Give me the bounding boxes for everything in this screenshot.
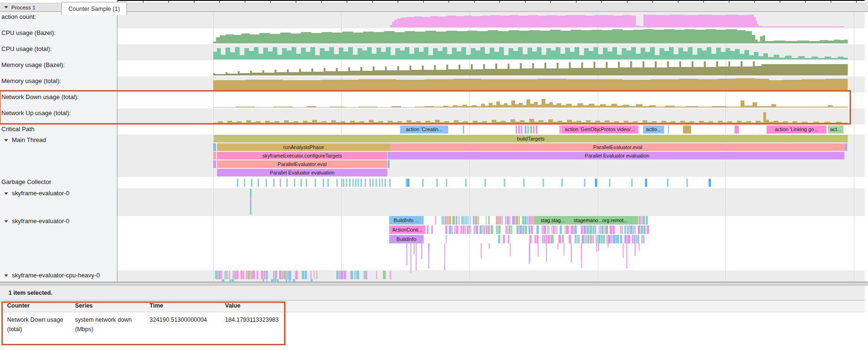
slice-cluster[interactable] (282, 271, 283, 279)
gc-event-tick[interactable] (406, 179, 407, 187)
slice-cluster[interactable] (575, 235, 576, 243)
slice-cluster[interactable] (449, 225, 451, 234)
gc-event-tick[interactable] (273, 179, 275, 187)
gc-event-tick[interactable] (258, 179, 259, 187)
gc-event-tick[interactable] (327, 179, 329, 187)
slice-cluster[interactable] (549, 225, 550, 234)
evaluator-slice[interactable]: ActionConti... (389, 225, 426, 234)
slice-cluster[interactable] (470, 225, 471, 234)
slice-cluster[interactable] (638, 225, 640, 234)
gc-event-tick[interactable] (355, 179, 357, 187)
slice-cluster[interactable] (574, 225, 577, 234)
gc-event-tick[interactable] (436, 179, 438, 187)
gc-event-tick[interactable] (667, 179, 668, 187)
slice-cluster[interactable] (447, 216, 449, 225)
slice-cluster[interactable] (486, 216, 487, 225)
slice-cluster[interactable] (628, 225, 629, 234)
critical-path-slice[interactable]: act... (828, 125, 843, 133)
slice-cluster[interactable] (225, 271, 225, 279)
track-label-main-thread[interactable]: Main Thread (0, 136, 116, 143)
critical-path-slice[interactable] (463, 125, 464, 133)
gc-event-tick[interactable] (323, 179, 324, 187)
slice-cluster[interactable] (511, 225, 512, 234)
slice-cluster[interactable] (517, 225, 519, 234)
slice-cluster[interactable] (622, 225, 623, 234)
collapse-arrow-icon[interactable] (4, 220, 8, 223)
slice-cluster[interactable] (545, 235, 547, 243)
slice-cluster[interactable] (507, 216, 509, 225)
slice-cluster[interactable] (476, 225, 478, 234)
slice-cluster[interactable] (543, 225, 546, 234)
slice-cluster[interactable] (442, 216, 443, 225)
slice-cluster[interactable] (250, 271, 251, 279)
slice-cluster[interactable] (542, 235, 543, 243)
slice-cluster[interactable] (643, 225, 646, 234)
counter-chart-action-count[interactable] (390, 15, 844, 27)
slice-cluster[interactable] (454, 225, 455, 234)
gc-event-tick[interactable] (384, 179, 386, 187)
slice-cluster[interactable] (484, 225, 485, 234)
slice-cluster[interactable] (595, 235, 596, 243)
main-thread-slice[interactable]: skyframeExecutor.configureTargets (217, 152, 387, 159)
slice-cluster[interactable] (365, 271, 367, 279)
slice-cluster[interactable] (354, 271, 355, 279)
gc-event-tick[interactable] (561, 179, 563, 187)
slice-cluster[interactable] (613, 235, 616, 243)
gc-event-tick[interactable] (365, 179, 366, 187)
slice-cluster[interactable] (646, 216, 648, 225)
gc-event-tick[interactable] (595, 179, 597, 187)
gc-event-tick[interactable] (266, 179, 267, 187)
slice-cluster[interactable] (467, 225, 468, 234)
slice-cluster[interactable] (531, 225, 533, 234)
slice-cluster[interactable] (317, 271, 317, 279)
slice-cluster[interactable] (310, 271, 311, 279)
critical-path-slice[interactable]: action 'Linking go... (767, 125, 826, 133)
slice-cluster[interactable] (576, 235, 577, 243)
counter-chart-cpu-usage-total[interactable] (213, 47, 848, 59)
slice-cluster[interactable] (512, 216, 515, 225)
gc-event-tick[interactable] (686, 179, 688, 187)
gc-event-tick[interactable] (484, 179, 486, 187)
process-header[interactable]: Process 1 (0, 3, 868, 12)
main-thread-slice[interactable]: runAnalysisPhase (217, 143, 390, 151)
slice-cluster[interactable] (446, 235, 447, 243)
slice-cluster[interactable] (468, 225, 470, 234)
track-label-skyframe-evaluator-cpu-heavy-0[interactable]: skyframe-evaluator-cpu-heavy-0 (0, 272, 116, 279)
slice-cluster[interactable] (241, 271, 242, 279)
slice-cluster[interactable] (519, 225, 522, 234)
slice-cluster[interactable] (509, 225, 510, 234)
critical-path-slice[interactable] (683, 125, 691, 133)
slice-cluster[interactable] (559, 235, 561, 243)
gc-event-tick[interactable] (300, 179, 302, 187)
gc-event-tick[interactable] (244, 179, 245, 187)
slice-cluster[interactable] (505, 225, 507, 234)
collapse-arrow-icon[interactable] (4, 192, 8, 195)
critical-path-slice[interactable]: actio... (643, 125, 664, 133)
slice-cluster[interactable] (542, 225, 542, 234)
slice-cluster[interactable] (460, 225, 462, 234)
collapse-arrow-icon[interactable] (4, 139, 8, 142)
slice-cluster[interactable] (625, 235, 627, 243)
slice-cluster[interactable] (449, 216, 451, 225)
slice-cluster[interactable] (508, 235, 509, 243)
gc-event-tick[interactable] (286, 179, 288, 187)
gc-event-tick[interactable] (358, 179, 359, 187)
slice-cluster[interactable] (431, 225, 433, 234)
gc-event-tick[interactable] (446, 179, 447, 187)
slice-cluster[interactable] (642, 216, 645, 225)
slice-cluster[interactable] (445, 225, 448, 234)
slice-cluster[interactable] (522, 225, 524, 234)
counter-chart-memory-usage-bazel[interactable] (213, 61, 848, 75)
slice-cluster[interactable] (529, 235, 531, 243)
slice-cluster[interactable] (611, 235, 612, 243)
slice-cluster[interactable] (474, 225, 475, 234)
slice-cluster[interactable] (498, 216, 500, 225)
slice-cluster[interactable] (562, 235, 564, 243)
slice-cluster[interactable] (383, 271, 386, 279)
slice-cluster[interactable] (620, 225, 622, 234)
slice-cluster[interactable] (587, 235, 590, 243)
slice-cluster[interactable] (508, 225, 509, 234)
slice-cluster[interactable] (601, 235, 602, 243)
slice-cluster[interactable] (355, 271, 356, 279)
gc-event-tick[interactable] (379, 179, 380, 187)
